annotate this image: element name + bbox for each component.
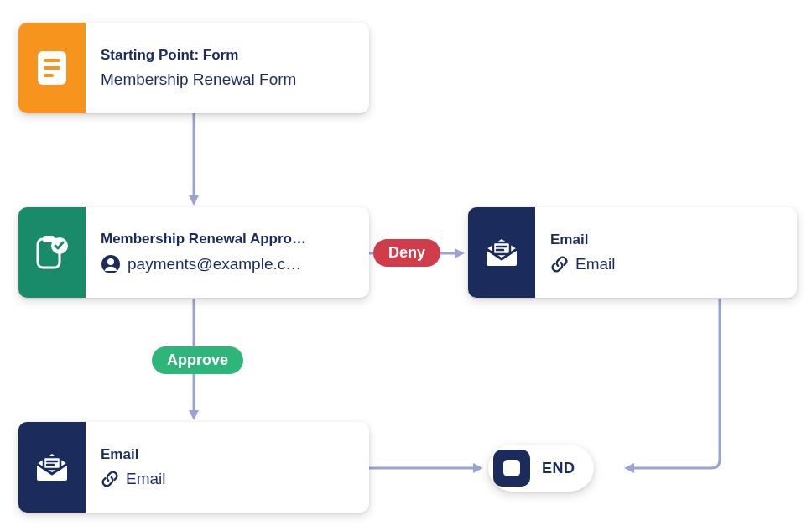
node-subtitle: Email [550,255,780,273]
stop-icon [493,450,530,487]
svg-rect-3 [44,74,54,77]
node-email-deny[interactable]: Email Email [468,207,797,298]
user-icon [101,254,121,274]
arrowhead [624,463,634,473]
node-body: Membership Renewal Appro… payments@examp… [86,207,369,298]
node-body: Email Email [86,422,369,513]
node-title: Email [101,446,352,463]
node-body: Starting Point: Form Membership Renewal … [86,23,369,113]
edge-denyemail-end [631,299,720,468]
link-icon [101,470,119,488]
email-icon [18,422,86,513]
svg-rect-2 [44,66,60,70]
arrowhead [473,463,483,473]
approval-icon [18,207,86,298]
node-email-approve[interactable]: Email Email [18,422,369,513]
node-title: Email [550,232,780,248]
svg-rect-9 [493,242,510,254]
node-body: Email Email [535,207,797,298]
form-icon [18,23,86,113]
svg-rect-12 [44,457,60,469]
node-subtitle: Email [101,470,352,488]
workflow-canvas: Starting Point: Form Membership Renewal … [0,0,812,531]
node-approval[interactable]: Membership Renewal Appro… payments@examp… [18,207,369,298]
node-end[interactable]: END [488,445,594,492]
arrowhead [189,410,199,420]
node-start[interactable]: Starting Point: Form Membership Renewal … [18,23,369,113]
link-icon [550,255,569,273]
pill-deny: Deny [373,239,440,267]
node-subtitle: payments@example.c… [101,254,352,274]
end-label: END [542,460,575,477]
node-title: Membership Renewal Appro… [101,231,352,247]
svg-point-8 [107,258,114,265]
arrowhead [189,195,199,206]
node-subtitle: Membership Renewal Form [101,70,352,89]
arrowhead [455,248,465,258]
node-title: Starting Point: Form [101,47,352,64]
svg-rect-1 [44,59,60,62]
email-icon [468,207,535,298]
pill-approve: Approve [152,346,243,374]
